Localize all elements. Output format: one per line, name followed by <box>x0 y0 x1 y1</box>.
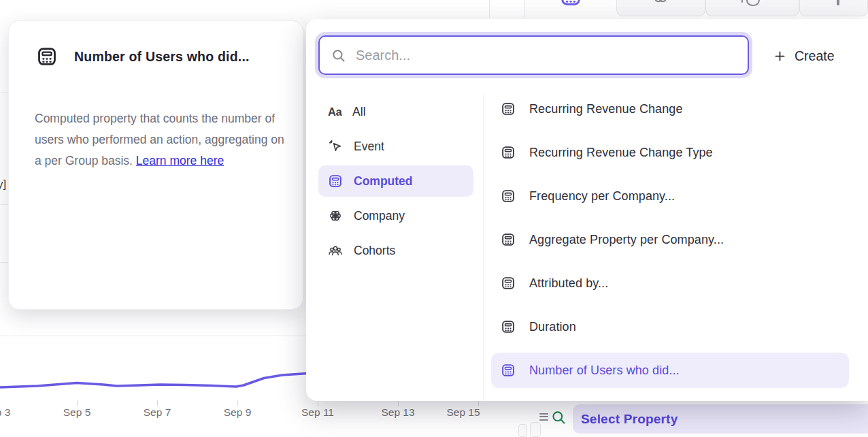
category-event[interactable]: Event <box>318 131 473 162</box>
result-label: Recurring Revenue Change Type <box>529 146 713 160</box>
result-label: Duration <box>529 320 576 334</box>
calculator-icon <box>36 46 58 67</box>
app-root: y] Sep 3Sep 5Sep 7Sep 9Sep 11Sep 13Sep 1… <box>0 0 868 437</box>
calculator-icon <box>501 363 516 378</box>
select-property-field[interactable]: Select Property <box>573 404 868 434</box>
search-icon <box>331 48 346 63</box>
event-icon <box>328 139 343 154</box>
calculator-icon <box>501 101 516 116</box>
list-divider <box>0 204 8 205</box>
category-label: Event <box>354 140 384 154</box>
property-picker-popover: Create AaAllEventComputedCompanyCohorts … <box>306 19 868 401</box>
result-number-of-users-who-did[interactable]: Number of Users who did... <box>491 353 849 388</box>
calculator-icon <box>501 189 516 204</box>
axis-label: Sep 7 <box>144 406 171 419</box>
axis-tick <box>318 400 318 406</box>
tab-retention[interactable] <box>705 0 799 16</box>
clipped-background-text: y] <box>0 178 6 191</box>
chart-series-line <box>0 374 307 388</box>
retention-icon <box>740 0 763 8</box>
axis-tick <box>478 400 479 406</box>
result-label: Attributed by... <box>529 276 608 291</box>
result-label: Recurring Revenue Change <box>529 102 683 116</box>
text-format-icon: Aa <box>328 106 341 118</box>
list-divider <box>0 262 8 263</box>
axis-label: Sep 5 <box>63 406 91 419</box>
list-divider <box>0 93 8 93</box>
calculator-icon <box>501 145 516 160</box>
axis-tick <box>237 400 238 406</box>
select-property-label: Select Property <box>581 412 678 427</box>
search-box <box>318 35 749 75</box>
category-computed[interactable]: Computed <box>318 165 473 197</box>
calculator-icon <box>501 232 516 247</box>
axis-label: Sep 15 <box>446 406 480 419</box>
calculator-icon <box>559 0 582 7</box>
result-aggregate-property-per-company[interactable]: Aggregate Property per Company... <box>491 222 849 257</box>
axis-label: Sep 3 <box>0 406 10 419</box>
property-tooltip-card: Number of Users who did... Computed prop… <box>8 20 303 310</box>
result-recurring-revenue-change-type[interactable]: Recurring Revenue Change Type <box>491 135 849 170</box>
axis-label: Sep 13 <box>381 406 414 419</box>
axis-tick <box>77 400 78 406</box>
company-icon <box>328 208 343 223</box>
calculator-icon <box>501 319 516 334</box>
card-description: Computed property that counts the number… <box>35 108 285 172</box>
card-header: Number of Users who did... <box>36 46 250 67</box>
tab-company[interactable] <box>616 0 705 16</box>
axis-tick <box>157 400 158 406</box>
tab-computed-metrics[interactable] <box>525 0 616 16</box>
result-label: Frequency per Company... <box>529 189 675 204</box>
axis-tick <box>398 400 399 406</box>
clipped-control <box>518 424 527 437</box>
calculator-icon <box>501 276 516 291</box>
company-icon <box>649 0 672 6</box>
plus-icon <box>773 49 787 63</box>
section-divider <box>0 336 306 336</box>
category-company[interactable]: Company <box>318 200 473 231</box>
result-recurring-revenue-change[interactable]: Recurring Revenue Change <box>491 91 849 127</box>
axis-label: Sep 11 <box>301 406 334 419</box>
axis-label: Sep 9 <box>224 406 252 419</box>
category-label: Computed <box>354 174 413 189</box>
create-button-label: Create <box>795 48 835 64</box>
create-button[interactable]: Create <box>773 45 835 67</box>
result-label: Number of Users who did... <box>529 363 680 378</box>
result-duration[interactable]: Duration <box>491 309 849 344</box>
vertical-divider <box>483 95 484 401</box>
clipped-control <box>530 422 541 437</box>
card-title: Number of Users who did... <box>74 49 250 65</box>
category-cohorts[interactable]: Cohorts <box>318 235 473 266</box>
learn-more-link[interactable]: Learn more here <box>136 154 224 167</box>
result-label: Aggregate Property per Company... <box>529 233 724 247</box>
result-attributed-by[interactable]: Attributed by... <box>491 265 849 301</box>
search-icon <box>550 409 567 425</box>
category-list: AaAllEventComputedCompanyCohorts <box>318 96 473 270</box>
tab-profile[interactable] <box>799 0 868 16</box>
profile-icon <box>837 0 839 5</box>
result-frequency-per-company[interactable]: Frequency per Company... <box>491 178 849 214</box>
calculator-icon <box>328 174 343 189</box>
panel-divider <box>489 0 490 18</box>
category-all[interactable]: AaAll <box>318 96 473 127</box>
drag-handle-icon[interactable] <box>539 413 548 422</box>
category-label: Cohorts <box>354 244 395 258</box>
category-label: All <box>352 105 365 119</box>
results-list: Recurring Revenue ChangeRecurring Revenu… <box>491 91 849 396</box>
category-label: Company <box>354 209 405 223</box>
search-input[interactable] <box>354 47 741 64</box>
cohorts-icon <box>328 243 343 258</box>
